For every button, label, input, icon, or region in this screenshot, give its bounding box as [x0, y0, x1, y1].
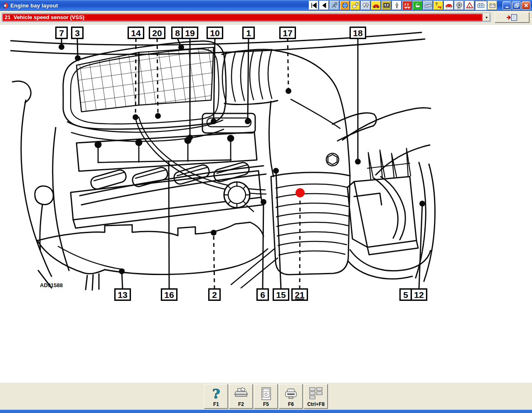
repair-times-button[interactable] [350, 1, 360, 10]
diagram-page-icon [259, 386, 273, 401]
callout-number-5: 5 [403, 290, 408, 300]
towing-button[interactable]: ? [433, 1, 443, 10]
callout-number-6: 6 [260, 290, 265, 300]
component-selector-row: 21 Vehicle speed sensor (VSS) ▼ [0, 11, 532, 24]
car-details-button[interactable] [371, 1, 381, 10]
callout-number-18: 18 [353, 28, 363, 38]
mouse-clock-icon [351, 2, 360, 9]
component-marker-8 [178, 44, 184, 50]
component-marker-18 [355, 159, 361, 165]
spark-plug-icon [393, 2, 401, 9]
window-controls [502, 1, 530, 10]
printer-device-icon [283, 386, 298, 401]
function-button-f5[interactable]: F5 [254, 384, 278, 409]
minimize-icon [504, 2, 510, 9]
callout-7[interactable]: 7 [56, 27, 67, 50]
function-key-label: F5 [263, 401, 269, 407]
engine-bay-layout-button[interactable] [475, 1, 487, 10]
leader-line-20 [157, 38, 158, 116]
close-button[interactable] [522, 1, 530, 10]
window-title: Engine bay layout [10, 2, 58, 9]
service-schedules-button[interactable] [340, 1, 350, 10]
app-icon [2, 2, 9, 9]
callout-number-14: 14 [131, 28, 141, 38]
component-marker-20 [155, 113, 161, 119]
callout-1[interactable]: 1 [243, 27, 254, 125]
component-marker-12 [419, 201, 425, 206]
measure-icon [424, 2, 432, 9]
dashboard-button[interactable] [382, 1, 391, 10]
callout-number-19: 19 [185, 28, 195, 38]
leader-line-6 [263, 202, 264, 289]
combobox-dropdown-button[interactable]: ▼ [483, 14, 490, 21]
leader-line-3 [77, 38, 78, 58]
bulbs-button[interactable] [361, 1, 370, 10]
callout-2[interactable]: 2 [209, 230, 220, 300]
function-button-f1[interactable]: ?F1 [204, 384, 228, 409]
disc-button[interactable]: MC [454, 1, 464, 10]
diagram-canvas[interactable]: AD91588 73142081910117181316261521512 [0, 24, 532, 382]
go-first-button[interactable] [309, 1, 318, 10]
measurements-button[interactable] [423, 1, 433, 10]
component-combobox[interactable]: 21 Vehicle speed sensor (VSS) ▼ [2, 13, 491, 22]
callout-number-7: 7 [59, 28, 64, 38]
callout-number-13: 13 [118, 290, 127, 300]
adjustments-button[interactable]: 2 3 [402, 1, 412, 10]
combobox-value[interactable]: 21 Vehicle speed sensor (VSS) [2, 14, 483, 21]
svg-text:?: ? [435, 2, 438, 7]
component-marker-19 [187, 135, 193, 140]
callout-number-15: 15 [276, 290, 286, 300]
battery-icon [488, 2, 497, 9]
callout-17[interactable]: 17 [280, 27, 296, 94]
lubricants-button[interactable] [413, 1, 422, 10]
restore-button[interactable] [512, 1, 521, 10]
nav-back-icon [320, 2, 328, 9]
bottom-toolbar: ?F1F2F5F6Ctrl+F8 [0, 382, 532, 410]
leader-line-17 [288, 38, 288, 91]
callout-21[interactable]: 21 [292, 188, 308, 300]
globe-icon [341, 2, 349, 9]
callout-5[interactable]: 5 [400, 289, 411, 300]
callout-18[interactable]: 18 [350, 27, 366, 165]
callout-number-12: 12 [414, 290, 424, 300]
print-icon [234, 386, 249, 401]
leader-line-16 [169, 161, 169, 289]
engine-bay-icon [477, 2, 485, 9]
dashboard-icon [382, 2, 391, 9]
go-back-button[interactable] [319, 1, 329, 10]
close-icon [523, 2, 530, 9]
leader-line-21 [300, 193, 300, 289]
abs-car-icon [445, 2, 453, 9]
leader-line-12 [419, 204, 422, 289]
battery-button[interactable] [488, 1, 497, 10]
spark-plug-button[interactable] [392, 1, 401, 10]
abs-car-button[interactable] [444, 1, 453, 10]
svg-text:?: ? [212, 386, 220, 401]
callout-number-2: 2 [212, 290, 217, 300]
data-list-icon [308, 386, 323, 401]
nav-first-icon [310, 2, 318, 9]
function-button-f6[interactable]: F6 [279, 384, 303, 409]
lubricants-icon [414, 2, 422, 9]
function-key-label: F2 [238, 401, 244, 407]
app-window: Engine bay layout 2 3?MCA 21 Vehicle spe… [0, 0, 532, 413]
bulbs-icon [362, 2, 370, 9]
taskbar-edge [0, 410, 532, 413]
component-marker-1 [245, 118, 251, 124]
component-marker-7 [59, 44, 64, 50]
function-button-ctrl-f8[interactable]: Ctrl+F8 [304, 384, 328, 409]
titlebar[interactable]: Engine bay layout 2 3?MCA [0, 0, 532, 11]
tools-button[interactable] [330, 1, 339, 10]
warning-systems-button[interactable]: A [465, 1, 474, 10]
goto-component-data-button[interactable] [495, 12, 530, 23]
goto-data-icon [506, 13, 518, 22]
function-key-label: Ctrl+F8 [307, 401, 325, 407]
callout-number-17: 17 [283, 28, 292, 38]
drawing-code: AD91588 [40, 282, 63, 288]
callout-number-8: 8 [175, 28, 180, 38]
selected-component-marker[interactable] [296, 188, 305, 197]
function-button-f2[interactable]: F2 [229, 384, 253, 409]
callout-number-10: 10 [210, 28, 219, 38]
minimize-button[interactable] [502, 1, 511, 10]
car-red-icon [372, 2, 380, 9]
